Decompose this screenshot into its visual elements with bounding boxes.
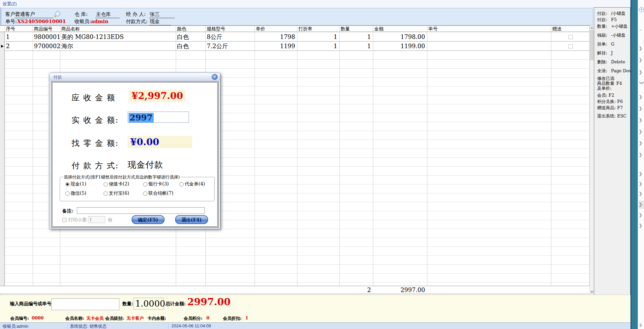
arrow-left-icon[interactable]: ←	[639, 26, 644, 34]
row-2-code[interactable]: 9700002	[33, 42, 60, 51]
member-level-label: 会员级别:	[105, 315, 124, 321]
column-header-serial[interactable]: 串号	[427, 26, 551, 32]
dialog-title: 付款	[53, 74, 62, 80]
barcode-input[interactable]	[51, 298, 119, 310]
gift-checkbox[interactable]	[568, 44, 573, 49]
column-header-name[interactable]: 商品名称	[60, 26, 176, 32]
row-1-code[interactable]: 9800001	[33, 32, 60, 42]
column-header-price[interactable]: 单价	[255, 26, 297, 32]
paymode-field[interactable]: 现金	[149, 18, 171, 25]
close-icon[interactable]: ×	[212, 74, 218, 80]
column-header-gift[interactable]: 赠送	[551, 26, 590, 32]
radio-icon[interactable]	[143, 191, 147, 196]
shortcut-key: -小键盘	[611, 33, 625, 38]
row-selector-gutter[interactable]	[0, 26, 5, 294]
row-2-price[interactable]: 1199	[255, 42, 297, 51]
column-header-discount[interactable]: 打折率	[297, 26, 339, 32]
chevron-right-icon[interactable]: ❯	[639, 222, 644, 230]
row-2-qty[interactable]: 1	[339, 42, 373, 51]
received-label: 实 收 金 额:	[72, 115, 119, 125]
column-header-amount[interactable]: 金额	[373, 26, 427, 32]
row-1-serial[interactable]	[427, 32, 551, 42]
payment-option[interactable]: 现金(1)	[65, 181, 86, 187]
column-header-seq[interactable]: 序号	[5, 26, 33, 32]
member-level-value: 无卡客户	[127, 315, 144, 321]
chevron-right-icon[interactable]: ❯	[639, 139, 644, 147]
chevron-right-icon[interactable]: ❯	[639, 93, 644, 101]
exit-button[interactable]: 退出(F4)	[175, 215, 208, 224]
menu-settings[interactable]: 设置(Z)	[3, 1, 17, 7]
radio-icon[interactable]	[104, 191, 108, 196]
column-header-color[interactable]: 颜色	[176, 26, 205, 32]
column-header-qty[interactable]: 数量	[339, 26, 373, 32]
radio-icon[interactable]	[143, 182, 147, 186]
column-header-code[interactable]: 商品编号	[33, 26, 60, 32]
chevron-right-icon[interactable]: ❯	[639, 201, 644, 209]
scrollbar-thumb[interactable]	[590, 30, 594, 60]
payment-option[interactable]: 代金券(4)	[179, 181, 205, 187]
payment-option[interactable]: 储值卡(2)	[104, 181, 129, 187]
grid-vline	[255, 26, 255, 294]
row-1-price[interactable]: 1798	[255, 32, 297, 42]
chevron-right-icon[interactable]: ❯	[639, 170, 644, 178]
received-input[interactable]: 2997	[128, 112, 189, 123]
status-cashier: 收银员:admin	[3, 323, 28, 329]
chevron-right-icon[interactable]: ❯	[639, 45, 644, 52]
payment-option[interactable]: 支付宝(6)	[104, 190, 129, 196]
radio-icon[interactable]	[179, 182, 184, 186]
scroll-down-icon[interactable]: ▼	[590, 290, 594, 294]
row-2-name[interactable]: 海尔	[60, 42, 176, 51]
payment-option-label: 银行卡(3)	[148, 181, 169, 187]
row-2-seq[interactable]: 2	[5, 42, 33, 51]
operator-field[interactable]: 张三	[149, 11, 175, 18]
grid-vline	[297, 26, 297, 294]
radio-icon[interactable]	[65, 191, 70, 196]
row-1-name[interactable]: 美的 MG80-1213EDS	[60, 32, 176, 42]
chevron-right-icon[interactable]: ❯	[639, 211, 644, 219]
chevron-right-icon[interactable]: ❯	[639, 116, 644, 124]
remark-input[interactable]	[77, 207, 205, 214]
payment-option[interactable]: 银行卡(3)	[143, 181, 169, 187]
row-1-discount[interactable]: 1	[297, 32, 339, 42]
dialog-titlebar[interactable]: 付款 ×	[49, 73, 220, 81]
row-2-spec[interactable]: 7.2公斤	[205, 42, 255, 51]
row-1-amount[interactable]: 1798.00	[373, 32, 427, 42]
row-1-seq[interactable]: 1	[5, 32, 33, 42]
total-qty: 2	[339, 286, 373, 294]
shortcut-label: 赠送商品:	[597, 105, 616, 110]
qty-value[interactable]: 1.0000	[134, 298, 164, 310]
row-1-qty[interactable]: 1	[339, 32, 373, 42]
dialog-body: 应 收 金 额 ¥2,997.00 实 收 金 额: 2997 找 零 金 额:…	[51, 81, 219, 228]
table-scrollbar[interactable]: ▲ ▼	[590, 26, 594, 294]
chevron-right-icon[interactable]: ❯	[639, 128, 644, 136]
chevron-right-icon[interactable]: ❯	[639, 180, 644, 188]
column-header-spec[interactable]: 规格型号	[205, 26, 255, 32]
chevron-down-icon[interactable]: ❯	[638, 81, 644, 87]
chevron-right-icon[interactable]: ❯	[639, 151, 644, 159]
radio-icon[interactable]	[65, 182, 70, 186]
row-2-color[interactable]: 白色	[176, 42, 205, 51]
receivable-label: 应 收 金 额	[72, 92, 115, 103]
row-2-serial[interactable]	[427, 42, 551, 51]
chevron-right-icon[interactable]: ❯	[639, 68, 644, 76]
radio-icon[interactable]	[104, 182, 108, 186]
search-icon[interactable]	[55, 11, 60, 16]
chevron-right-icon[interactable]: ❯	[639, 190, 644, 198]
row-1-color[interactable]: 白色	[176, 32, 205, 42]
gift-checkbox[interactable]	[568, 35, 573, 39]
status-separator	[68, 323, 68, 329]
row-1-spec[interactable]: 8公斤	[205, 32, 255, 42]
row-2-amount[interactable]: 1199.00	[373, 42, 427, 51]
shortcut-key: F5	[611, 17, 617, 22]
customer-field[interactable]: 普通客户	[15, 11, 53, 18]
warehouse-field[interactable]: 主仓库	[95, 11, 120, 18]
scroll-up-icon[interactable]: ▲	[590, 26, 594, 30]
add-circle-icon[interactable]: +	[639, 7, 644, 12]
confirm-button[interactable]: 确定(F5)	[132, 215, 165, 224]
payment-option[interactable]: 微信(5)	[65, 190, 86, 196]
shortcut-key: G	[611, 42, 614, 47]
chevron-right-icon[interactable]: ❯	[639, 105, 644, 113]
row-2-discount[interactable]: 1	[297, 42, 339, 51]
payment-option[interactable]: 联合结帐(7)	[143, 190, 173, 196]
chevron-right-icon[interactable]: ❯	[639, 56, 644, 64]
